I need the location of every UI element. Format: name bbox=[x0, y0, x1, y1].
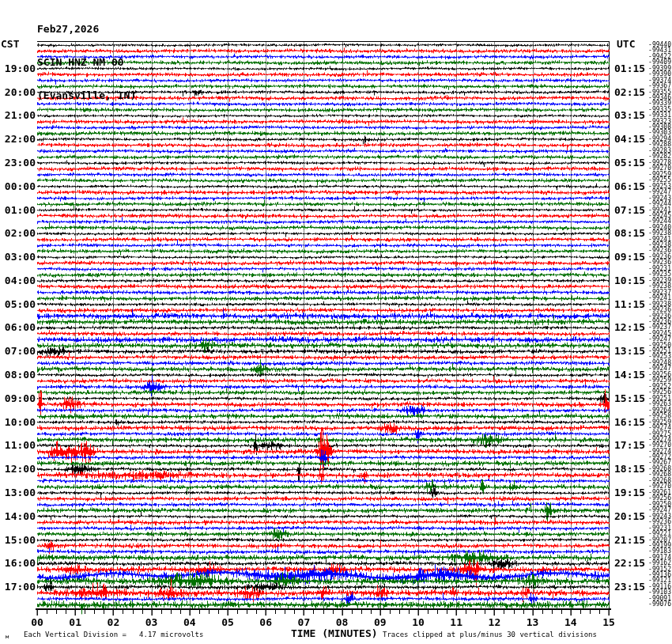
utc-time-label: 13:15 bbox=[614, 346, 645, 357]
cst-time-label: 09:00 bbox=[0, 393, 36, 404]
x-tick-label: 02 bbox=[104, 616, 123, 628]
utc-time-label: 21:15 bbox=[614, 535, 645, 546]
x-tick-label: 08 bbox=[333, 616, 352, 628]
trace-value: -99076 bbox=[647, 601, 671, 608]
cst-time-label: 03:00 bbox=[0, 252, 36, 263]
division-note: Each Vertical Division =4.17 microvolts bbox=[24, 631, 203, 638]
utc-time-label: 10:15 bbox=[614, 275, 645, 286]
cst-time-label: 02:00 bbox=[0, 228, 36, 239]
title-date: Feb27,2026 bbox=[37, 24, 136, 35]
cst-time-label: 12:00 bbox=[0, 464, 36, 475]
utc-time-label: 17:15 bbox=[614, 440, 645, 451]
x-tick-label: 14 bbox=[561, 616, 580, 628]
title-block: Feb27,2026 SCIN HNZ NM 00 (Evansville, I… bbox=[37, 2, 136, 112]
utc-time-label: 14:15 bbox=[614, 369, 645, 381]
cst-time-label: 00:00 bbox=[0, 181, 36, 192]
x-tick-label: 11 bbox=[447, 616, 466, 628]
utc-time-label: 09:15 bbox=[614, 252, 645, 263]
utc-time-label: 06:15 bbox=[614, 181, 645, 192]
webicorder-page: { "header": { "date": "Feb27,2026", "sta… bbox=[0, 0, 672, 644]
cst-time-label: 06:00 bbox=[0, 322, 36, 333]
utc-time-label: 19:15 bbox=[614, 487, 645, 498]
cst-time-label: 15:00 bbox=[0, 535, 36, 546]
cst-time-label: 05:00 bbox=[0, 299, 36, 310]
utc-time-label: 15:15 bbox=[614, 393, 645, 404]
utc-time-label: 22:15 bbox=[614, 558, 645, 569]
x-tick-label: 13 bbox=[523, 616, 542, 628]
x-tick-label: 01 bbox=[66, 616, 85, 628]
utc-time-label: 23:15 bbox=[614, 581, 645, 593]
utc-time-label: 03:15 bbox=[614, 110, 645, 121]
utc-time-label: 08:15 bbox=[614, 228, 645, 239]
title-location: (Evansville, IN) bbox=[37, 90, 136, 101]
utc-time-label: 11:15 bbox=[614, 299, 645, 310]
division-label: Each Vertical Division = bbox=[24, 631, 126, 638]
x-tick-label: 12 bbox=[485, 616, 504, 628]
utc-time-label: 02:15 bbox=[614, 87, 645, 98]
utc-time-label: 12:15 bbox=[614, 322, 645, 333]
cst-time-label: 19:00 bbox=[0, 63, 36, 74]
cst-time-label: 08:00 bbox=[0, 369, 36, 381]
right-axis-label: UTC bbox=[617, 38, 635, 50]
x-axis-title: TIME (MINUTES) bbox=[291, 627, 378, 639]
cst-time-label: 22:00 bbox=[0, 134, 36, 145]
utc-time-label: 16:15 bbox=[614, 417, 645, 428]
utc-time-label: 07:15 bbox=[614, 205, 645, 216]
utc-time-label: 05:15 bbox=[614, 157, 645, 169]
cst-time-label: 14:00 bbox=[0, 511, 36, 522]
cst-time-label: 11:00 bbox=[0, 440, 36, 451]
cst-time-label: 04:00 bbox=[0, 275, 36, 286]
division-value: 4.17 microvolts bbox=[139, 631, 203, 638]
utc-time-label: 01:15 bbox=[614, 63, 645, 74]
x-tick-label: 06 bbox=[256, 616, 275, 628]
x-tick-label: 07 bbox=[294, 616, 313, 628]
cst-time-label: 01:00 bbox=[0, 205, 36, 216]
cst-time-label: 10:00 bbox=[0, 417, 36, 428]
cst-time-label: 17:00 bbox=[0, 581, 36, 593]
title-station: SCIN HNZ NM 00 bbox=[37, 57, 136, 68]
utc-time-label: 18:15 bbox=[614, 464, 645, 475]
cst-time-label: 07:00 bbox=[0, 346, 36, 357]
x-tick-label: 09 bbox=[371, 616, 390, 628]
cst-time-label: 20:00 bbox=[0, 87, 36, 98]
x-tick-label: 04 bbox=[180, 616, 199, 628]
x-tick-label: 03 bbox=[142, 616, 161, 628]
utc-time-label: 04:15 bbox=[614, 134, 645, 145]
cst-time-label: 13:00 bbox=[0, 487, 36, 498]
x-tick-label: 10 bbox=[409, 616, 428, 628]
cst-time-label: 16:00 bbox=[0, 558, 36, 569]
corner-glyph: м bbox=[6, 634, 9, 640]
left-axis-label: CST bbox=[1, 38, 19, 50]
x-tick-label: 05 bbox=[218, 616, 237, 628]
clip-note: Traces clipped at plus/minus 30 vertical… bbox=[383, 631, 597, 638]
cst-time-label: 21:00 bbox=[0, 110, 36, 121]
x-tick-label: 00 bbox=[28, 616, 47, 628]
x-tick-label: 15 bbox=[599, 616, 618, 628]
utc-time-label: 20:15 bbox=[614, 511, 645, 522]
cst-time-label: 23:00 bbox=[0, 157, 36, 169]
